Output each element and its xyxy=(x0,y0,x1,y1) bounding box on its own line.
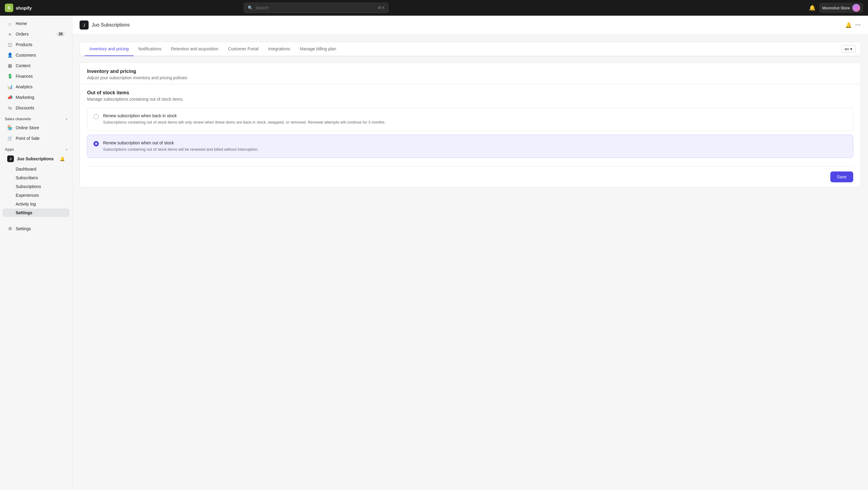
out-of-stock-title: Out of stock items xyxy=(87,90,853,95)
customers-icon: 👤 xyxy=(7,53,13,58)
search-input[interactable] xyxy=(255,5,375,10)
store-name: Moonshot Store xyxy=(822,6,850,10)
section-header: Inventory and pricing Adjust your subscr… xyxy=(80,63,861,84)
radio-label-out-of-stock: Renew subscription when out of stock xyxy=(103,141,258,145)
out-of-stock-subtitle: Manage subscriptions containing out of s… xyxy=(87,97,853,101)
shopify-logo-text: shopify xyxy=(16,5,32,10)
search-icon: 🔍 xyxy=(248,5,253,10)
language-selector[interactable]: en ▾ xyxy=(841,45,856,53)
sales-channels-label: Sales channels xyxy=(5,117,31,121)
section-title: Inventory and pricing xyxy=(87,69,853,74)
sidebar-sub-item-activity-log[interactable]: Activity log xyxy=(2,200,70,208)
sidebar-item-label: Products xyxy=(16,42,32,47)
sidebar-item-settings-global[interactable]: ⚙ Settings xyxy=(2,224,70,234)
section-subtitle: Adjust your subscription inventory and p… xyxy=(87,75,853,80)
tab-manage-billing-plan[interactable]: Manage billing plan xyxy=(295,42,341,56)
radio-desc-out-of-stock: Subscriptions containing out of stock it… xyxy=(103,147,258,152)
apps-label: Apps xyxy=(5,147,14,152)
settings-icon: ⚙ xyxy=(7,226,13,232)
tab-bar: Inventory and pricing Notifications Rete… xyxy=(80,42,861,56)
tab-notifications[interactable]: Notifications xyxy=(133,42,166,56)
subscribers-label: Subscribers xyxy=(16,175,38,180)
sidebar-item-discounts[interactable]: % Discounts xyxy=(2,103,70,113)
top-navigation: S shopify 🔍 ⌘ K 🔔 Moonshot Store xyxy=(0,0,868,16)
finances-icon: 💲 xyxy=(7,73,13,79)
sidebar-item-label: Orders xyxy=(16,32,29,36)
sidebar-item-label: Point of Sale xyxy=(16,136,39,141)
discounts-icon: % xyxy=(7,105,13,111)
settings-label: Settings xyxy=(16,210,32,215)
apps-section: Apps › xyxy=(0,144,72,153)
sidebar-item-analytics[interactable]: 📊 Analytics xyxy=(2,82,70,92)
sidebar-item-marketing[interactable]: 📣 Marketing xyxy=(2,92,70,102)
sidebar-item-label: Content xyxy=(16,63,30,68)
main-layout: ⌂ Home ≡ Orders 25 ◫ Products 👤 Customer… xyxy=(0,16,868,490)
page-title: Juo Subscriptions xyxy=(92,22,130,28)
notification-bell-icon[interactable]: 🔔 xyxy=(809,4,815,11)
products-icon: ◫ xyxy=(7,42,13,47)
home-icon: ⌂ xyxy=(7,21,13,26)
content-icon: ▦ xyxy=(7,63,13,68)
sidebar-item-products[interactable]: ◫ Products xyxy=(2,39,70,50)
page-header: J Juo Subscriptions 🔔 ··· xyxy=(72,16,868,35)
tab-integrations[interactable]: Integrations xyxy=(264,42,295,56)
sidebar-item-label: Home xyxy=(16,21,27,26)
sidebar-sub-item-subscriptions[interactable]: Subscriptions xyxy=(2,182,70,191)
analytics-icon: 📊 xyxy=(7,84,13,90)
sidebar-item-finances[interactable]: 💲 Finances xyxy=(2,71,70,81)
settings-global-label: Settings xyxy=(16,226,31,231)
save-button[interactable]: Save xyxy=(830,172,853,182)
sidebar-item-online-store[interactable]: 🏪 Online Store xyxy=(2,123,70,133)
sidebar-item-juo-subscriptions[interactable]: J Juo Subscriptions 🔔 xyxy=(2,153,70,164)
sidebar-item-content[interactable]: ▦ Content xyxy=(2,61,70,71)
radio-option-back-in-stock[interactable]: Renew subscription when back in stock Su… xyxy=(87,108,853,131)
sidebar-sub-item-settings[interactable]: Settings xyxy=(2,209,70,217)
shopify-logo-icon: S xyxy=(5,4,13,12)
radio-option-content-2: Renew subscription when out of stock Sub… xyxy=(103,141,258,152)
sidebar-sub-item-subscribers[interactable]: Subscribers xyxy=(2,174,70,182)
sidebar-item-home[interactable]: ⌂ Home xyxy=(2,19,70,29)
subscriptions-label: Subscriptions xyxy=(16,184,41,189)
page-header-right: 🔔 ··· xyxy=(845,22,861,28)
page-header-left: J Juo Subscriptions xyxy=(80,21,130,30)
sidebar-item-orders[interactable]: ≡ Orders 25 xyxy=(2,29,70,39)
page-bell-icon[interactable]: 🔔 xyxy=(845,22,852,28)
radio-option-out-of-stock[interactable]: Renew subscription when out of stock Sub… xyxy=(87,135,853,158)
sidebar-item-label: Finances xyxy=(16,74,33,79)
activity-log-label: Activity log xyxy=(16,202,36,207)
sidebar-item-customers[interactable]: 👤 Customers xyxy=(2,50,70,60)
radio-dot-back-in-stock xyxy=(93,114,99,119)
tabs-container: Inventory and pricing Notifications Rete… xyxy=(80,42,861,56)
sidebar-item-label: Discounts xyxy=(16,105,34,110)
page-more-icon[interactable]: ··· xyxy=(855,22,861,28)
lang-value: en xyxy=(845,47,849,51)
shopify-logo[interactable]: S shopify xyxy=(5,4,32,12)
radio-option-content: Renew subscription when back in stock Su… xyxy=(103,113,385,125)
juo-sub-menu: Dashboard Subscribers Subscriptions Expe… xyxy=(0,165,72,217)
radio-dot-out-of-stock xyxy=(93,141,99,147)
inventory-pricing-card: Inventory and pricing Adjust your subscr… xyxy=(80,62,861,187)
sidebar-item-label: Customers xyxy=(16,53,36,58)
tab-retention-and-acquisition[interactable]: Retention and acquisition xyxy=(166,42,223,56)
sidebar-item-point-of-sale[interactable]: 🛒 Point of Sale xyxy=(2,133,70,144)
sidebar-sub-item-dashboard[interactable]: Dashboard xyxy=(2,165,70,173)
orders-badge: 25 xyxy=(57,32,65,36)
juo-app-icon: J xyxy=(7,155,14,162)
sidebar: ⌂ Home ≡ Orders 25 ◫ Products 👤 Customer… xyxy=(0,16,72,490)
tab-customer-portal[interactable]: Customer Portal xyxy=(223,42,263,56)
point-of-sale-icon: 🛒 xyxy=(7,135,13,141)
page-app-icon: J xyxy=(80,21,89,30)
radio-desc-back-in-stock: Subscriptions containing out of stock it… xyxy=(103,119,385,125)
orders-icon: ≡ xyxy=(7,31,13,37)
out-of-stock-body: Renew subscription when back in stock Su… xyxy=(80,103,861,166)
online-store-icon: 🏪 xyxy=(7,125,13,130)
avatar xyxy=(852,4,860,12)
experiences-label: Experiences xyxy=(16,193,39,198)
tab-inventory-and-pricing[interactable]: Inventory and pricing xyxy=(85,42,133,56)
chevron-right-icon: › xyxy=(66,117,67,121)
main-content: J Juo Subscriptions 🔔 ··· Inventory and … xyxy=(72,16,868,490)
store-selector[interactable]: Moonshot Store xyxy=(819,3,863,13)
topnav-right: 🔔 Moonshot Store xyxy=(809,3,863,13)
search-bar[interactable]: 🔍 ⌘ K xyxy=(244,3,389,13)
sidebar-sub-item-experiences[interactable]: Experiences xyxy=(2,191,70,200)
